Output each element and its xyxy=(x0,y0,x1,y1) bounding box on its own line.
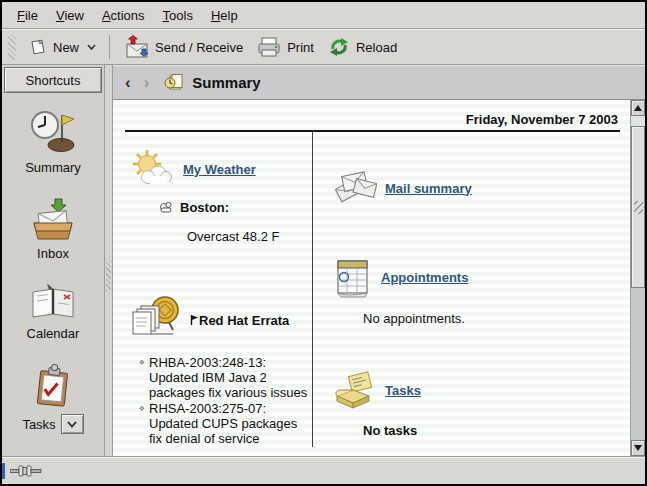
mail-section-header: Mail summary xyxy=(333,168,616,208)
arrow-down-icon xyxy=(634,445,642,451)
desk-calendar-icon xyxy=(333,256,373,298)
tasks-empty-text: No tasks xyxy=(363,423,616,438)
shortcut-bar-dropdown-button[interactable] xyxy=(61,414,84,434)
chevron-down-icon xyxy=(87,44,96,50)
right-column: Mail summary xyxy=(313,132,624,447)
status-bar xyxy=(2,456,645,484)
appointments-link[interactable]: Appointments xyxy=(381,270,468,285)
appointments-section-header: Appointments xyxy=(333,256,616,298)
sticky-notes-icon xyxy=(333,370,377,410)
errata-title-wrap: Red Hat Errata xyxy=(190,313,289,328)
arrow-up-icon xyxy=(634,105,642,111)
chevron-down-icon xyxy=(67,421,77,428)
status-left-tick xyxy=(2,463,5,479)
menu-view[interactable]: View xyxy=(47,4,93,27)
weather-section-header: My Weather xyxy=(129,148,306,190)
my-weather-link[interactable]: My Weather xyxy=(183,162,256,177)
tasks-link[interactable]: Tasks xyxy=(385,383,421,398)
calendar-book-icon xyxy=(28,283,78,321)
print-button[interactable]: Print xyxy=(250,32,321,62)
connector-plug-icon[interactable] xyxy=(10,464,44,478)
shortcut-list: Summary Inbox xyxy=(2,95,104,456)
summary-clock-flag-icon xyxy=(29,109,77,155)
main-pane: ‹ › Summary Friday, November 7 2003 xyxy=(113,65,645,456)
errata-item[interactable]: RHSA-2003:275-07: Updated CUPS packages … xyxy=(139,401,311,446)
reload-label: Reload xyxy=(356,40,397,55)
reload-button[interactable]: Reload xyxy=(321,32,404,62)
weather-location-row: Boston: xyxy=(157,200,306,215)
reload-icon xyxy=(328,36,350,58)
black-flag-icon xyxy=(190,314,198,326)
shortcuts-label: Shortcuts xyxy=(26,73,81,88)
scroll-down-button[interactable] xyxy=(631,440,645,456)
sidebar-item-calendar[interactable]: Calendar xyxy=(27,283,80,341)
sun-cloud-icon xyxy=(129,148,175,190)
send-receive-icon xyxy=(123,35,149,59)
evolution-window: File View Actions Tools Help New xyxy=(0,0,647,486)
errata-list: RHBA-2003:248-13: Updated IBM Java 2 pac… xyxy=(139,355,306,446)
summary-columns: My Weather Boston: xyxy=(121,132,624,447)
sidebar-item-label: Summary xyxy=(25,160,81,175)
weather-conditions: Overcast 48.2 F xyxy=(187,229,306,244)
small-cloud-icon xyxy=(157,201,174,214)
toolbar-drag-handle[interactable] xyxy=(8,34,16,60)
sidebar-item-label: Calendar xyxy=(27,326,80,341)
back-button[interactable]: ‹ xyxy=(123,74,133,91)
sidebar-item-inbox[interactable]: Inbox xyxy=(28,197,78,261)
forward-button[interactable]: › xyxy=(142,74,152,91)
menu-actions[interactable]: Actions xyxy=(93,4,154,27)
toolbar: New Send / Receive xyxy=(2,29,645,65)
send-receive-button[interactable]: Send / Receive xyxy=(116,31,250,63)
menu-help[interactable]: Help xyxy=(202,4,247,27)
summary-page-icon xyxy=(164,74,183,91)
page-title: Summary xyxy=(192,74,260,91)
printer-icon xyxy=(257,36,281,58)
vertical-scrollbar[interactable] xyxy=(630,100,645,456)
scrollbar-grip-icon xyxy=(634,201,643,214)
window-body: Shortcuts Summary xyxy=(2,65,645,456)
envelopes-icon xyxy=(333,168,377,208)
shortcuts-group-button[interactable]: Shortcuts xyxy=(4,67,102,93)
pane-splitter[interactable] xyxy=(105,65,113,456)
errata-section-header: Red Hat Errata xyxy=(129,294,306,346)
shortcut-sidebar: Shortcuts Summary xyxy=(2,65,105,456)
current-date: Friday, November 7 2003 xyxy=(121,112,624,127)
mail-summary-link[interactable]: Mail summary xyxy=(385,181,472,196)
sidebar-item-label: Tasks xyxy=(22,417,55,432)
sidebar-item-tasks[interactable]: Tasks xyxy=(22,363,83,434)
content-wrap: Friday, November 7 2003 xyxy=(113,100,645,456)
tasks-section-header: Tasks xyxy=(333,370,616,410)
menu-bar: File View Actions Tools Help xyxy=(2,2,645,29)
errata-title: Red Hat Errata xyxy=(199,313,289,328)
summary-content: Friday, November 7 2003 xyxy=(113,100,630,456)
send-receive-label: Send / Receive xyxy=(155,40,243,55)
scrollbar-thumb[interactable] xyxy=(631,126,645,288)
scroll-up-button[interactable] xyxy=(631,100,645,116)
inbox-tray-icon xyxy=(28,197,78,241)
new-button[interactable]: New xyxy=(22,34,103,60)
tasks-clipboard-icon xyxy=(30,363,76,409)
sidebar-item-summary[interactable]: Summary xyxy=(25,109,81,175)
new-note-icon xyxy=(29,38,47,56)
tasks-label-row: Tasks xyxy=(22,414,83,434)
weather-location: Boston: xyxy=(180,200,229,215)
print-label: Print xyxy=(287,40,314,55)
folder-title-bar: ‹ › Summary xyxy=(113,65,645,100)
redhat-errata-docs-icon xyxy=(129,294,183,346)
scrollbar-track[interactable] xyxy=(631,116,645,440)
new-button-label: New xyxy=(53,40,79,55)
menu-file[interactable]: File xyxy=(8,4,47,27)
menu-tools[interactable]: Tools xyxy=(154,4,202,27)
errata-item[interactable]: RHBA-2003:248-13: Updated IBM Java 2 pac… xyxy=(139,355,311,400)
sidebar-item-label: Inbox xyxy=(37,246,69,261)
appointments-empty-text: No appointments. xyxy=(363,311,616,326)
toolbar-separator xyxy=(109,35,110,59)
left-column: My Weather Boston: xyxy=(121,132,313,447)
